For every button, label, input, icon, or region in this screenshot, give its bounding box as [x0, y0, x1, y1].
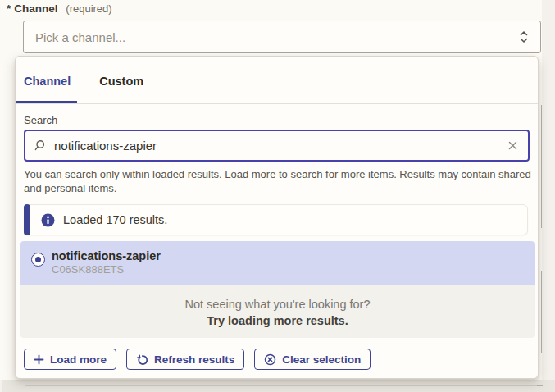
load-more-hint: Not seeing what you're looking for? Try … [20, 285, 535, 338]
load-more-label: Load more [50, 353, 107, 366]
channel-dropdown-panel: Channel Custom Search You can search onl… [15, 56, 539, 379]
tab-channel[interactable]: Channel [24, 75, 71, 103]
radio-selected-icon[interactable] [31, 253, 45, 267]
hint-line-1: Not seeing what you're looking for? [20, 296, 535, 312]
slack-channel-picker-screen: *Channel (required) Pick a channel... Ch… [0, 0, 555, 392]
chevron-updown-icon [519, 30, 529, 43]
clear-circle-icon [264, 353, 276, 366]
field-label: *Channel (required) [7, 2, 112, 15]
info-banner-text: Loaded 170 results. [63, 213, 167, 226]
background-field-border [2, 367, 2, 392]
hint-line-2: Try loading more results. [20, 312, 535, 329]
search-icon [34, 139, 46, 152]
search-input-wrapper [24, 130, 530, 162]
info-banner: Loaded 170 results. [24, 204, 528, 235]
refresh-results-label: Refresh results [154, 353, 234, 366]
tab-custom[interactable]: Custom [99, 75, 143, 103]
tab-custom-label: Custom [99, 75, 143, 88]
required-asterisk: * [7, 2, 11, 15]
background-field-border [2, 250, 2, 295]
field-label-text: Channel [14, 2, 57, 15]
search-input[interactable] [52, 138, 506, 153]
clear-search-icon[interactable] [506, 139, 520, 153]
refresh-icon [136, 353, 148, 366]
background-field-border [25, 385, 537, 386]
option-name: notifications-zapier [52, 249, 161, 263]
refresh-results-button[interactable]: Refresh results [126, 349, 244, 370]
clear-selection-button[interactable]: Clear selection [254, 349, 371, 370]
tab-bar: Channel Custom [16, 57, 538, 104]
select-placeholder: Pick a channel... [35, 30, 519, 44]
clear-selection-label: Clear selection [282, 353, 361, 366]
background-field-border [541, 271, 542, 353]
background-field-border [2, 152, 2, 197]
search-help-text: You can search only within loaded result… [24, 167, 534, 195]
load-more-button[interactable]: Load more [24, 349, 116, 370]
background-field-border [537, 385, 543, 386]
search-label: Search [24, 114, 57, 126]
action-button-row: Load more Refresh results Clear selectio… [24, 349, 371, 370]
info-banner-accent-bar [24, 204, 30, 235]
channel-select[interactable]: Pick a channel... [23, 21, 541, 53]
info-icon [41, 213, 55, 227]
background-field-border [541, 105, 542, 228]
channel-option-selected[interactable]: notifications-zapier C06SK888ETS [20, 241, 535, 285]
required-note: (required) [66, 2, 111, 15]
tab-channel-label: Channel [24, 75, 71, 88]
plus-icon [34, 354, 44, 365]
option-id: C06SK888ETS [52, 263, 161, 276]
